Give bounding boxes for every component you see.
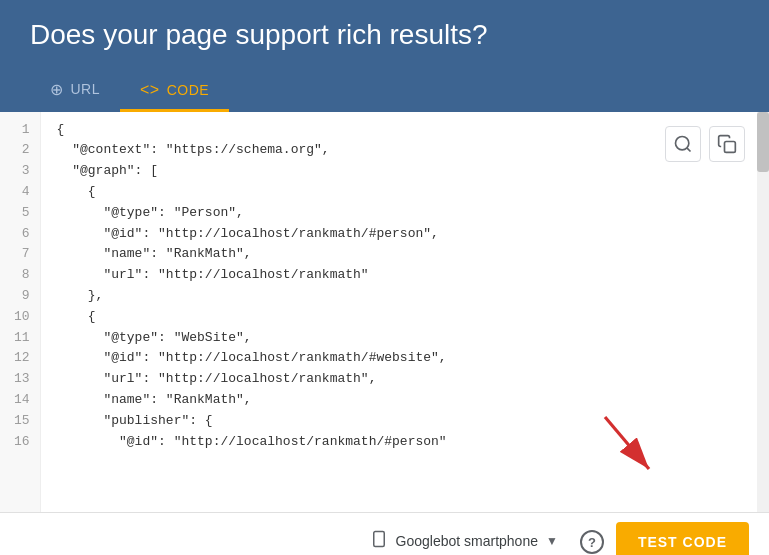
page-title: Does your page support rich results? xyxy=(30,18,739,70)
code-brackets-icon: <> xyxy=(140,81,160,99)
tab-url-label: URL xyxy=(71,81,101,97)
svg-point-0 xyxy=(676,136,689,149)
globe-icon: ⊕ xyxy=(50,80,64,99)
search-button[interactable] xyxy=(665,126,701,162)
footer: Googlebot smartphone ▼ ? TEST CODE xyxy=(0,512,769,555)
tabs-container: ⊕ URL <> CODE xyxy=(30,70,739,112)
dropdown-arrow-icon: ▼ xyxy=(546,534,558,548)
smartphone-icon xyxy=(370,530,388,553)
code-editor-area: 1 2 3 4 5 6 7 8 9 10 11 12 13 14 15 16 {… xyxy=(0,112,769,512)
device-label: Googlebot smartphone xyxy=(396,533,538,549)
help-button[interactable]: ? xyxy=(580,530,604,554)
tab-code[interactable]: <> CODE xyxy=(120,71,229,112)
scrollbar[interactable] xyxy=(757,112,769,512)
code-editor[interactable]: 1 2 3 4 5 6 7 8 9 10 11 12 13 14 15 16 {… xyxy=(0,112,769,512)
tab-code-label: CODE xyxy=(167,82,209,98)
copy-button[interactable] xyxy=(709,126,745,162)
code-content[interactable]: { "@context": "https://schema.org", "@gr… xyxy=(41,112,769,512)
svg-line-1 xyxy=(687,147,691,151)
tab-url[interactable]: ⊕ URL xyxy=(30,70,120,112)
svg-rect-2 xyxy=(725,141,736,152)
scrollbar-thumb[interactable] xyxy=(757,112,769,172)
device-selector[interactable]: Googlebot smartphone ▼ xyxy=(360,522,568,555)
line-numbers: 1 2 3 4 5 6 7 8 9 10 11 12 13 14 15 16 xyxy=(0,112,41,512)
test-code-button[interactable]: TEST CODE xyxy=(616,522,749,555)
header: Does your page support rich results? ⊕ U… xyxy=(0,0,769,112)
code-actions xyxy=(661,122,749,166)
